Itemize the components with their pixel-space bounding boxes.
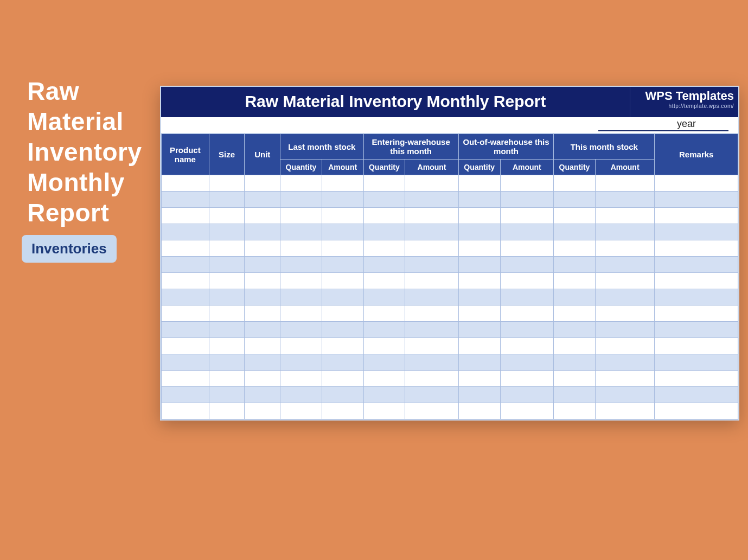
cell-remarks[interactable] (655, 306, 738, 322)
cell-out-qty[interactable] (458, 354, 500, 371)
cell-out-amt[interactable] (500, 371, 554, 387)
cell-en-amt[interactable] (405, 371, 459, 387)
cell-out-amt[interactable] (500, 224, 554, 240)
cell-size[interactable] (209, 289, 245, 306)
cell-tm-amt[interactable] (595, 257, 655, 273)
cell-product-name[interactable] (162, 224, 209, 240)
cell-tm-amt[interactable] (595, 403, 655, 419)
cell-en-amt[interactable] (405, 175, 459, 192)
cell-remarks[interactable] (655, 224, 738, 240)
cell-lm-amt[interactable] (322, 371, 363, 387)
cell-out-qty[interactable] (458, 224, 500, 240)
cell-product-name[interactable] (162, 257, 209, 273)
cell-lm-qty[interactable] (280, 273, 322, 289)
cell-remarks[interactable] (655, 208, 738, 224)
cell-tm-amt[interactable] (595, 338, 655, 354)
cell-unit[interactable] (245, 306, 280, 322)
cell-tm-amt[interactable] (595, 371, 655, 387)
cell-out-amt[interactable] (500, 192, 554, 208)
cell-out-qty[interactable] (458, 371, 500, 387)
cell-en-qty[interactable] (363, 354, 405, 371)
cell-out-qty[interactable] (458, 403, 500, 419)
cell-out-qty[interactable] (458, 289, 500, 306)
cell-lm-qty[interactable] (280, 371, 322, 387)
cell-tm-qty[interactable] (554, 322, 596, 338)
cell-lm-amt[interactable] (322, 224, 363, 240)
cell-product-name[interactable] (162, 354, 209, 371)
cell-size[interactable] (209, 224, 245, 240)
category-tag[interactable]: Inventories (22, 235, 117, 263)
cell-lm-amt[interactable] (322, 403, 363, 419)
cell-size[interactable] (209, 257, 245, 273)
cell-tm-amt[interactable] (595, 322, 655, 338)
cell-tm-qty[interactable] (554, 240, 596, 257)
cell-unit[interactable] (245, 338, 280, 354)
cell-tm-qty[interactable] (554, 208, 596, 224)
cell-en-qty[interactable] (363, 175, 405, 192)
cell-tm-qty[interactable] (554, 273, 596, 289)
cell-remarks[interactable] (655, 175, 738, 192)
cell-tm-qty[interactable] (554, 403, 596, 419)
cell-lm-amt[interactable] (322, 175, 363, 192)
cell-remarks[interactable] (655, 273, 738, 289)
cell-tm-amt[interactable] (595, 224, 655, 240)
cell-size[interactable] (209, 306, 245, 322)
cell-tm-amt[interactable] (595, 387, 655, 403)
cell-en-amt[interactable] (405, 208, 459, 224)
cell-unit[interactable] (245, 387, 280, 403)
cell-out-amt[interactable] (500, 306, 554, 322)
cell-unit[interactable] (245, 257, 280, 273)
cell-remarks[interactable] (655, 371, 738, 387)
cell-lm-amt[interactable] (322, 354, 363, 371)
cell-out-qty[interactable] (458, 322, 500, 338)
cell-lm-qty[interactable] (280, 240, 322, 257)
cell-lm-qty[interactable] (280, 354, 322, 371)
cell-out-qty[interactable] (458, 208, 500, 224)
cell-out-amt[interactable] (500, 273, 554, 289)
cell-size[interactable] (209, 192, 245, 208)
cell-unit[interactable] (245, 273, 280, 289)
cell-en-qty[interactable] (363, 306, 405, 322)
cell-en-qty[interactable] (363, 403, 405, 419)
cell-tm-qty[interactable] (554, 306, 596, 322)
cell-out-qty[interactable] (458, 387, 500, 403)
cell-out-amt[interactable] (500, 175, 554, 192)
cell-en-qty[interactable] (363, 371, 405, 387)
cell-out-amt[interactable] (500, 322, 554, 338)
cell-unit[interactable] (245, 371, 280, 387)
cell-out-qty[interactable] (458, 240, 500, 257)
cell-remarks[interactable] (655, 354, 738, 371)
cell-lm-qty[interactable] (280, 289, 322, 306)
cell-lm-qty[interactable] (280, 257, 322, 273)
cell-product-name[interactable] (162, 306, 209, 322)
cell-lm-amt[interactable] (322, 289, 363, 306)
cell-size[interactable] (209, 371, 245, 387)
cell-unit[interactable] (245, 403, 280, 419)
cell-product-name[interactable] (162, 208, 209, 224)
cell-product-name[interactable] (162, 192, 209, 208)
cell-en-amt[interactable] (405, 192, 459, 208)
cell-remarks[interactable] (655, 240, 738, 257)
cell-tm-amt[interactable] (595, 192, 655, 208)
cell-en-amt[interactable] (405, 240, 459, 257)
cell-tm-amt[interactable] (595, 354, 655, 371)
cell-en-amt[interactable] (405, 354, 459, 371)
cell-tm-qty[interactable] (554, 192, 596, 208)
cell-product-name[interactable] (162, 322, 209, 338)
cell-en-amt[interactable] (405, 387, 459, 403)
cell-out-qty[interactable] (458, 257, 500, 273)
cell-en-amt[interactable] (405, 306, 459, 322)
cell-lm-amt[interactable] (322, 338, 363, 354)
cell-out-amt[interactable] (500, 387, 554, 403)
cell-size[interactable] (209, 175, 245, 192)
cell-unit[interactable] (245, 224, 280, 240)
cell-product-name[interactable] (162, 273, 209, 289)
cell-en-amt[interactable] (405, 257, 459, 273)
cell-en-qty[interactable] (363, 257, 405, 273)
cell-lm-qty[interactable] (280, 403, 322, 419)
cell-en-amt[interactable] (405, 289, 459, 306)
cell-en-amt[interactable] (405, 322, 459, 338)
cell-out-qty[interactable] (458, 192, 500, 208)
cell-unit[interactable] (245, 208, 280, 224)
cell-lm-qty[interactable] (280, 306, 322, 322)
